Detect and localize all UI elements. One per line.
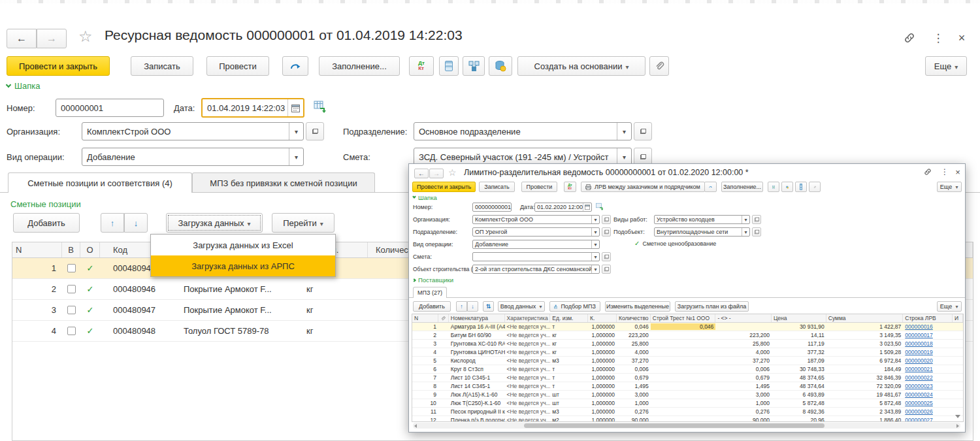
row-unit[interactable]: м2	[550, 417, 588, 422]
row-char[interactable]: <Не ведется уч...	[505, 340, 551, 347]
calendar-icon[interactable]	[287, 99, 303, 116]
checkbox[interactable]	[67, 306, 76, 314]
calendar-icon[interactable]	[583, 203, 591, 211]
organization-open-button[interactable]	[306, 122, 324, 140]
row-b-cell[interactable]	[62, 327, 80, 335]
row-lrv-link[interactable]: 000000016	[903, 323, 953, 330]
overlay-load-plan-button[interactable]: Загрузить план из файла	[675, 301, 749, 312]
row-unit[interactable]: шт	[550, 391, 588, 398]
header-section-toggle[interactable]: Шапка	[7, 81, 40, 91]
overlay-date-input[interactable]: 01.02.2020 12:00:00	[534, 203, 592, 212]
row-k[interactable]: 1,000000	[588, 400, 617, 406]
chevron-down-icon[interactable]	[591, 216, 599, 223]
col-name[interactable]: Номенклатура	[449, 314, 505, 322]
table-row[interactable]: 12 Пленка п/э В полотно ... <Не ведется …	[412, 416, 963, 422]
organization-input[interactable]: КомплектСтрой ООО	[82, 122, 304, 140]
row-char[interactable]: <Не ведется уч...	[505, 374, 551, 381]
overlay-set-current-date-button[interactable]	[596, 203, 604, 212]
row-char[interactable]: <Не ведется уч...	[505, 400, 551, 406]
row-unit[interactable]: кг	[550, 332, 588, 338]
overlay-back-button[interactable]: ←	[414, 169, 429, 178]
tab-mpz[interactable]: МПЗ (27)	[413, 287, 447, 298]
col-attachment[interactable]	[438, 314, 449, 322]
col-price[interactable]: Цена	[772, 314, 826, 322]
col-b[interactable]: В	[62, 242, 80, 257]
chevron-down-icon[interactable]	[742, 216, 749, 223]
goto-button[interactable]: Перейти	[272, 213, 335, 233]
overlay-estimate-input[interactable]	[472, 252, 600, 261]
row-dash-qty[interactable]: 0,679	[715, 374, 772, 381]
row-price[interactable]: 14,11	[772, 332, 826, 338]
row-name[interactable]: Толуол ГОСТ 5789-78	[174, 326, 299, 336]
row-qty[interactable]: 25,800	[617, 340, 651, 347]
row-sum[interactable]: 1 509,28	[826, 349, 904, 355]
attachments-button[interactable]	[649, 56, 669, 76]
menu-item[interactable]: Загрузка данных из АРПС	[151, 255, 335, 276]
row-k[interactable]: 1,000000	[588, 408, 617, 415]
table-row[interactable]: 9 Люк Л(А15)-К.1-60 <Не ведется уч... шт…	[412, 391, 963, 399]
post-and-close-button[interactable]: Провести и закрыть	[7, 56, 110, 76]
row-unit[interactable]: кг	[299, 284, 368, 294]
row-char[interactable]: <Не ведется уч...	[505, 323, 551, 330]
row-qty[interactable]: 223,200	[617, 332, 651, 338]
row-name[interactable]: Лист 14 С345-1	[449, 383, 505, 389]
row-name[interactable]: Битум БН 60/90	[449, 332, 505, 338]
overlay-department-input[interactable]: ОП Уренгой	[472, 227, 600, 237]
row-o-cell[interactable]	[80, 263, 100, 273]
row-char[interactable]: <Не ведется уч...	[505, 332, 551, 338]
row-sum[interactable]: 2 343,89	[826, 408, 904, 415]
row-dash-qty[interactable]: 1,495	[715, 383, 772, 389]
row-o-cell[interactable]	[80, 305, 100, 315]
menu-item[interactable]: Загрузка данных из Excel	[151, 235, 335, 255]
move-down-button[interactable]: ↓	[124, 213, 148, 233]
overlay-dt-kt-button[interactable]: ДтКт	[564, 182, 576, 192]
row-qty[interactable]: 90,000	[617, 417, 651, 422]
row-k[interactable]: 1,000000	[588, 332, 617, 338]
row-unit[interactable]: кг	[550, 340, 588, 347]
chevron-down-icon[interactable]	[742, 228, 749, 236]
checkbox[interactable]	[67, 264, 76, 272]
row-unit[interactable]: шт	[550, 400, 588, 406]
row-o-cell[interactable]	[80, 284, 100, 294]
row-k[interactable]: 1,000000	[588, 366, 617, 372]
row-k[interactable]: 1,000000	[588, 349, 617, 355]
row-lrv-link[interactable]: 000000022	[903, 374, 953, 381]
row-b-cell[interactable]	[62, 306, 80, 314]
row-lrv-link[interactable]: 000000019	[903, 349, 953, 355]
overlay-object-open-button[interactable]	[602, 265, 611, 274]
scroll-left-icon[interactable]	[414, 424, 417, 428]
row-lrv-link[interactable]: 000000020	[903, 357, 953, 364]
row-sum[interactable]: 6 972,84	[826, 357, 904, 364]
row-k[interactable]: 1,000000	[588, 383, 617, 389]
overlay-attachments-button[interactable]	[809, 182, 821, 192]
row-unit[interactable]: т	[550, 366, 588, 372]
row-qty[interactable]: 0,006	[617, 366, 651, 372]
row-price[interactable]: 8 492,36	[772, 408, 826, 415]
row-dash-qty[interactable]: 1,000	[715, 400, 772, 406]
close-icon[interactable]: ×	[953, 167, 963, 177]
row-qty[interactable]: 1,000	[617, 400, 651, 406]
row-char[interactable]: <Не ведется уч...	[505, 357, 551, 364]
row-char[interactable]: <Не ведется уч...	[505, 408, 551, 415]
row-name[interactable]: Покрытие Армокот F...	[174, 305, 299, 315]
overlay-sort-button[interactable]: ⇅	[483, 301, 494, 312]
row-dash-qty[interactable]: 25,800	[715, 340, 772, 347]
overlay-input-data-button[interactable]: Ввод данных	[498, 301, 545, 312]
row-k[interactable]: 1,000000	[588, 357, 617, 364]
row-lrv-link[interactable]: 000000027	[903, 417, 953, 422]
row-price[interactable]: 187,09	[772, 357, 826, 364]
overlay-table-more-button[interactable]: Еще	[937, 301, 962, 312]
reports-button[interactable]	[489, 56, 512, 76]
overlay-subobject-input[interactable]: Внутриплощадочные сети	[654, 227, 750, 237]
row-qty[interactable]: 1,495	[617, 383, 651, 389]
back-button[interactable]: ←	[7, 29, 37, 48]
chevron-down-icon[interactable]	[617, 123, 631, 140]
row-name[interactable]: Кислород	[449, 357, 505, 364]
col-char[interactable]: Характеристика	[505, 314, 551, 322]
col-sum[interactable]: Сумма	[826, 314, 904, 322]
row-unit[interactable]: м3	[550, 408, 588, 415]
row-sum[interactable]: 1 422,87	[826, 323, 904, 330]
row-sum[interactable]: 3 149,35	[826, 332, 904, 338]
row-price[interactable]: 20,96	[772, 417, 826, 422]
window-menu-icon[interactable]: ⋮	[930, 30, 946, 46]
